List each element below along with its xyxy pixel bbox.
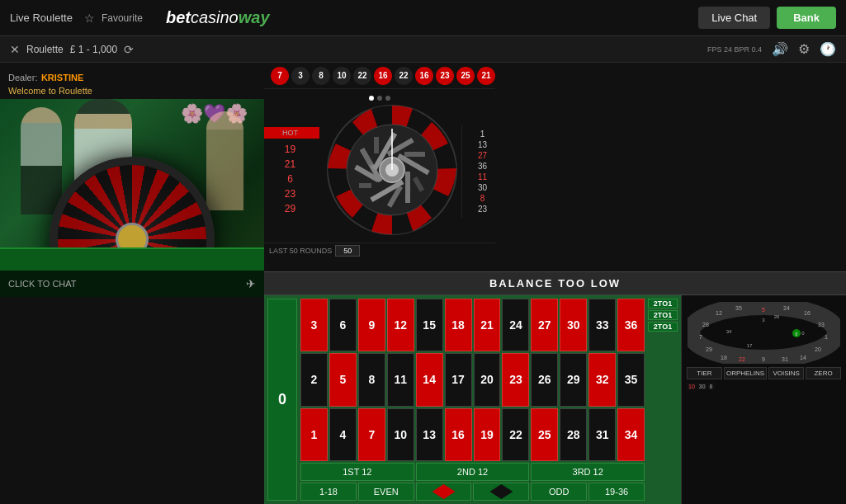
number-row-1: 3 6 9 12 15 18 21 24 27 30 33 36 [300, 299, 645, 351]
bet-even[interactable]: EVEN [358, 483, 414, 501]
num-30[interactable]: 30 [560, 299, 587, 351]
logo-casino: casino [191, 8, 239, 26]
stats-panel: 7 3 8 10 22 16 22 16 23 25 21 [264, 63, 495, 271]
num-20[interactable]: 20 [474, 353, 501, 406]
2to1-mid[interactable]: 2TO1 [648, 310, 678, 320]
svg-text:29: 29 [706, 346, 712, 352]
hot-num-2: 21 [261, 157, 319, 172]
hot-num-1: 19 [261, 142, 319, 157]
voisins-label[interactable]: VOISINS [768, 367, 804, 379]
favourite-icon[interactable]: ☆ [84, 12, 95, 25]
rn-1: 1 [464, 129, 501, 139]
recent-numbers-strip: 7 3 8 10 22 16 22 16 23 25 21 [264, 63, 495, 89]
refresh-icon[interactable]: ⟳ [124, 43, 134, 56]
num-5[interactable]: 5 [329, 353, 357, 406]
live-chat-button[interactable]: Live Chat [698, 7, 770, 29]
num-14[interactable]: 14 [416, 353, 443, 406]
num-3[interactable]: 3 [300, 299, 328, 351]
settings-icon[interactable]: ⚙ [798, 41, 810, 57]
num-7[interactable]: 7 [358, 408, 385, 461]
num-24[interactable]: 24 [502, 299, 529, 351]
svg-text:9: 9 [762, 356, 765, 362]
hot-num-4: 23 [261, 186, 319, 201]
num-26[interactable]: 26 [531, 353, 558, 406]
num-25[interactable]: 25 [531, 408, 558, 461]
dozen-1[interactable]: 1ST 12 [300, 463, 414, 481]
svg-text:7: 7 [699, 334, 702, 340]
2to1-top[interactable]: 2TO1 [648, 299, 678, 309]
dot-1[interactable] [369, 96, 374, 101]
recent-num-1[interactable]: 7 [271, 67, 289, 85]
bet-19-36[interactable]: 19-36 [588, 483, 645, 501]
num-27[interactable]: 27 [531, 299, 558, 351]
num-23[interactable]: 23 [502, 353, 529, 406]
favourite-label[interactable]: Favourite [102, 12, 143, 24]
num-35[interactable]: 35 [617, 353, 645, 406]
num-29[interactable]: 29 [560, 353, 587, 406]
info-icon[interactable]: 🕐 [820, 41, 836, 57]
number-row-3: 1 4 7 10 13 16 19 22 25 28 31 34 [300, 408, 645, 461]
num-15[interactable]: 15 [416, 299, 443, 351]
hot-numbers: HOT 19 21 6 23 29 [257, 124, 323, 219]
dozen-2[interactable]: 2ND 12 [416, 463, 530, 481]
last50-area: LAST 50 ROUNDS [264, 243, 495, 258]
logo-bet: bet [166, 8, 191, 26]
num-31[interactable]: 31 [588, 408, 616, 461]
dealer-figure-left [21, 107, 62, 214]
num-8[interactable]: 8 [358, 353, 385, 406]
num-6[interactable]: 6 [329, 299, 357, 351]
num-18[interactable]: 18 [445, 299, 472, 351]
num-4[interactable]: 4 [329, 408, 357, 461]
dozen-3[interactable]: 3RD 12 [531, 463, 645, 481]
bet-red[interactable] [416, 483, 472, 501]
num-21[interactable]: 21 [474, 299, 501, 351]
sound-icon[interactable]: 🔊 [772, 41, 788, 57]
bank-button[interactable]: Bank [777, 7, 836, 29]
main-content: Dealer: KRISTINE Welcome to Roulette 🌸💜🌸 [0, 63, 846, 504]
svg-rect-4 [374, 137, 379, 153]
num-36[interactable]: 36 [617, 299, 645, 351]
svg-text:17: 17 [747, 343, 753, 348]
recent-num-8: 16 [415, 67, 433, 85]
num-13[interactable]: 13 [416, 408, 443, 461]
racetrack-labels: TIER ORPHELINS VOISINS ZERO [685, 367, 843, 379]
zero-label[interactable]: ZERO [806, 367, 841, 379]
num-2[interactable]: 2 [300, 353, 328, 406]
num-22[interactable]: 22 [502, 408, 529, 461]
game-title: Live Roulette [10, 12, 73, 24]
send-icon[interactable]: ✈ [246, 277, 256, 290]
num-10[interactable]: 10 [387, 408, 414, 461]
betting-table: 0 3 6 9 12 15 18 21 24 27 30 [264, 295, 681, 504]
dot-2[interactable] [377, 96, 382, 101]
num-33[interactable]: 33 [588, 299, 616, 351]
dealer-label: Dealer: [8, 73, 37, 82]
num-17[interactable]: 17 [445, 353, 472, 406]
last50-input[interactable] [335, 245, 360, 257]
num-34[interactable]: 34 [617, 408, 645, 461]
close-icon[interactable]: ✕ [10, 43, 20, 56]
bet-odd[interactable]: ODD [531, 483, 587, 501]
svg-text:20: 20 [815, 346, 821, 352]
num-28[interactable]: 28 [560, 408, 587, 461]
rn-7: 8 [464, 193, 501, 204]
recent-num-9: 23 [436, 67, 454, 85]
orphelins-label[interactable]: ORPHELINS [724, 367, 767, 379]
num-16[interactable]: 16 [445, 408, 472, 461]
num-9[interactable]: 9 [358, 299, 385, 351]
recent-num-2: 3 [291, 67, 310, 85]
num-11[interactable]: 11 [387, 353, 414, 406]
bet-black[interactable] [473, 483, 529, 501]
2to1-bot[interactable]: 2TO1 [648, 322, 678, 332]
rt-n-10[interactable]: 10 [687, 383, 697, 390]
num-1[interactable]: 1 [300, 408, 328, 461]
num-32[interactable]: 32 [588, 353, 616, 406]
chat-bar[interactable]: CLICK TO CHAT ✈ [0, 271, 264, 297]
zero-cell[interactable]: 0 [267, 299, 297, 501]
num-19[interactable]: 19 [474, 408, 501, 461]
num-12[interactable]: 12 [387, 299, 414, 351]
left-panel: Dealer: KRISTINE Welcome to Roulette 🌸💜🌸 [0, 63, 264, 504]
dot-3[interactable] [385, 96, 390, 101]
bet-1-18[interactable]: 1-18 [300, 483, 357, 501]
tier-label[interactable]: TIER [687, 367, 722, 379]
svg-text:12: 12 [716, 310, 722, 316]
